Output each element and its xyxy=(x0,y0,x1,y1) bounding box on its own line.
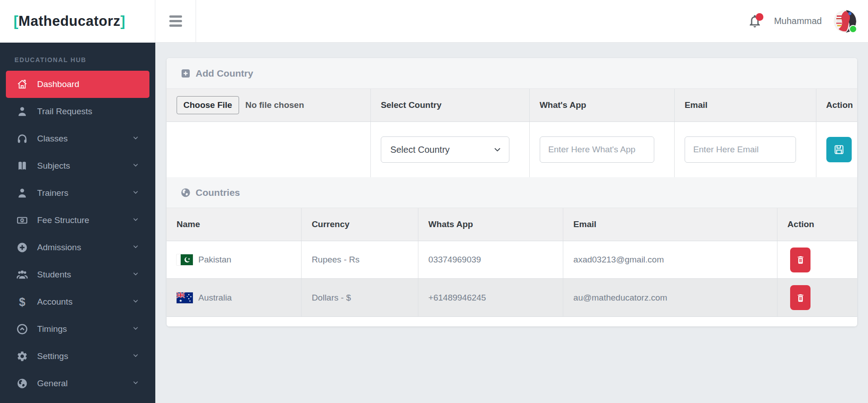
sidebar-item-general[interactable]: General xyxy=(0,370,155,397)
chevron-down-icon xyxy=(132,134,139,144)
delete-country-button[interactable] xyxy=(790,248,810,272)
table-row-pakistan: Pakistan Rupees - Rs 03374969039 axad032… xyxy=(167,241,857,278)
brand-logo[interactable]: [Matheducatorz] xyxy=(0,0,155,43)
sidebar-item-dashboard[interactable]: Dashboard xyxy=(6,71,149,98)
globe-icon xyxy=(180,187,191,198)
sidebar-item-label: Classes xyxy=(37,134,68,144)
add-country-form-header: Choose File No file chosen Select Countr… xyxy=(167,89,857,122)
sidebar-item-timings[interactable]: Timings xyxy=(0,316,155,343)
notifications-button[interactable] xyxy=(748,14,762,29)
sidebar-item-classes[interactable]: Classes xyxy=(0,125,155,152)
sidebar-item-settings[interactable]: Settings xyxy=(0,343,155,370)
user-name: Muhammad xyxy=(774,16,822,26)
trash-icon xyxy=(796,255,806,265)
choose-file-button[interactable]: Choose File xyxy=(177,96,239,114)
users-icon xyxy=(16,269,28,281)
sidebar-nav: Dashboard Trail Requests Classes Subject… xyxy=(0,71,155,403)
pakistan-flag xyxy=(177,254,193,265)
sidebar-item-label: Dashboard xyxy=(37,79,79,89)
globe-icon xyxy=(16,378,28,389)
person-icon xyxy=(16,106,28,117)
hamburger-icon xyxy=(169,15,182,27)
app-window: [Matheducatorz] EDUCATIONAL HUB Dashboar… xyxy=(0,0,868,403)
column-header-whatsapp: What's App xyxy=(529,89,674,121)
country-select[interactable]: Select Country xyxy=(381,136,509,163)
delete-country-button[interactable] xyxy=(790,285,810,310)
currency-cell: Dollars - $ xyxy=(301,279,418,316)
dollar-icon: $ xyxy=(16,296,28,308)
column-header-select-country: Select Country xyxy=(370,89,529,121)
sidebar-item-admissions[interactable]: Admissions xyxy=(0,234,155,261)
action-cell xyxy=(777,279,857,316)
add-country-form-row: Select Country xyxy=(167,122,857,177)
sidebar-item-label: Trail Requests xyxy=(37,107,92,117)
country-select-value: Select Country xyxy=(390,145,450,155)
chevron-down-icon xyxy=(132,161,139,171)
sidebar-item-label: Settings xyxy=(37,351,68,361)
file-input-cell: Choose File No file chosen xyxy=(167,89,370,121)
plus-circle-icon xyxy=(16,242,28,253)
add-country-header: Add Country xyxy=(167,58,857,89)
sidebar-item-label: Subjects xyxy=(37,161,70,171)
sidebar-item-label: Trainers xyxy=(37,188,68,198)
sidebar-item-trainers[interactable]: Trainers xyxy=(0,180,155,207)
column-header-currency: Currency xyxy=(301,208,418,241)
sidebar-item-label: General xyxy=(37,379,68,388)
country-name-cell: Pakistan xyxy=(167,241,301,278)
file-status-text: No file chosen xyxy=(245,100,304,110)
country-name: Australia xyxy=(198,293,232,303)
sidebar-item-label: Students xyxy=(37,270,71,280)
plus-square-icon xyxy=(180,68,191,79)
online-status-dot xyxy=(849,25,857,33)
topbar: Muhammad xyxy=(155,0,868,43)
home-icon xyxy=(16,78,28,90)
gear-icon xyxy=(16,350,28,362)
sidebar-item-label: Accounts xyxy=(37,297,72,307)
sidebar-toggle-button[interactable] xyxy=(155,0,196,42)
save-country-button[interactable] xyxy=(826,137,852,162)
person-icon xyxy=(16,187,28,199)
sidebar-item-label: Admissions xyxy=(37,243,81,252)
save-icon xyxy=(833,143,845,156)
countries-header: Countries xyxy=(167,177,857,208)
sidebar-item-students[interactable]: Students xyxy=(0,261,155,288)
whatsapp-cell: 03374969039 xyxy=(418,241,563,278)
table-row-australia: Australia Dollars - $ +61489946245 au@ma… xyxy=(167,278,857,316)
australia-flag xyxy=(177,292,193,303)
user-menu-button[interactable] xyxy=(834,10,856,33)
sidebar: [Matheducatorz] EDUCATIONAL HUB Dashboar… xyxy=(0,0,155,403)
email-input[interactable] xyxy=(685,136,796,163)
country-card: Add Country Choose File No file chosen S… xyxy=(167,58,857,326)
sidebar-item-label: Timings xyxy=(37,324,67,334)
action-cell xyxy=(777,241,857,278)
main-area: Muhammad xyxy=(155,0,868,403)
sidebar-item-accounts[interactable]: $ Accounts xyxy=(0,288,155,316)
sidebar-section-label: EDUCATIONAL HUB xyxy=(0,43,155,71)
whatsapp-cell xyxy=(529,122,674,177)
chevron-down-icon xyxy=(132,215,139,225)
whatsapp-input[interactable] xyxy=(540,136,654,163)
topbar-right: Muhammad xyxy=(748,0,868,42)
headphones-icon xyxy=(16,133,28,145)
column-header-whatsapp: Whats App xyxy=(418,208,563,241)
country-name: Pakistan xyxy=(198,255,231,265)
select-country-cell: Select Country xyxy=(370,122,529,177)
clock-icon xyxy=(16,323,28,335)
column-header-action: Action xyxy=(816,89,858,121)
sidebar-item-label: Fee Structure xyxy=(37,215,89,225)
sidebar-item-trail-requests[interactable]: Trail Requests xyxy=(0,98,155,125)
sidebar-item-fee-structure[interactable]: Fee Structure xyxy=(0,207,155,234)
chevron-down-icon xyxy=(132,379,139,388)
countries-table-header: Name Currency Whats App Email Action xyxy=(167,208,857,241)
chevron-down-icon xyxy=(132,243,139,252)
chevron-down-icon xyxy=(132,297,139,307)
whatsapp-cell: +61489946245 xyxy=(418,279,563,316)
page-content: Add Country Choose File No file chosen S… xyxy=(155,43,868,403)
chevron-down-icon xyxy=(493,146,502,154)
book-icon xyxy=(16,160,28,172)
notification-badge xyxy=(756,13,763,21)
column-header-email: Email xyxy=(674,89,816,121)
chevron-down-icon xyxy=(132,351,139,361)
sidebar-item-subjects[interactable]: Subjects xyxy=(0,152,155,180)
money-bill-icon xyxy=(16,214,28,226)
